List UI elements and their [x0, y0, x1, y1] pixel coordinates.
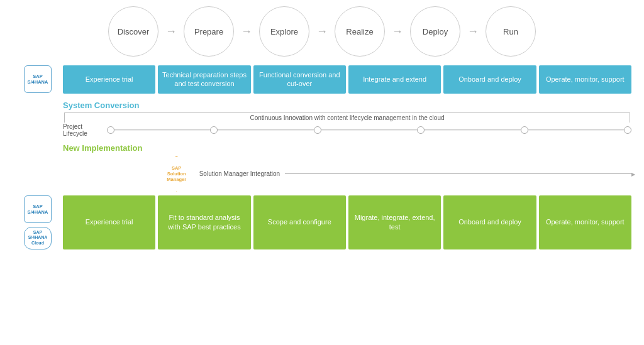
phase-run: Run: [486, 6, 536, 57]
lifecycle-node-1: [107, 126, 114, 134]
phases-row: Discover → Prepare → Explore → Realize →…: [13, 6, 631, 57]
lifecycle-node-6: [624, 126, 631, 134]
system-conversion-section: SAPS/4HANA Experience trial Technical pr…: [13, 65, 631, 94]
arrow-1: →: [158, 25, 184, 38]
solution-manager-hex: SAPSolutionManager: [158, 155, 196, 193]
system-conversion-label: System Conversion: [63, 101, 139, 110]
ni-box-2: Fit to standard analysis with SAP best p…: [158, 195, 250, 249]
new-implementation-label: New Implementation: [63, 143, 142, 153]
arrow-2: →: [234, 25, 259, 38]
phase-deploy: Deploy: [410, 6, 460, 57]
ni-box-1: Experience trial: [63, 195, 155, 249]
lifecycle-node-2: [210, 126, 218, 134]
arrow-3: →: [309, 25, 335, 38]
sc-boxes-row: Experience trial Technical preparation s…: [63, 65, 631, 94]
ni-sap-cloud-icon: SAPS/4HANACloud: [24, 227, 52, 249]
lifecycle-node-3: [314, 126, 321, 134]
phase-prepare: Prepare: [184, 6, 234, 57]
arrow-5: →: [460, 25, 486, 38]
ni-box-5: Onboard and deploy: [443, 195, 536, 249]
lifecycle-node-4: [417, 126, 425, 134]
ni-box-6: Operate, monitor, support: [539, 195, 631, 249]
sc-box-6: Operate, monitor, support: [539, 65, 631, 94]
new-implementation-section: SAPS/4HANA SAPS/4HANACloud Experience tr…: [13, 195, 631, 249]
phase-explore: Explore: [259, 6, 309, 57]
ni-sap-icon: SAPS/4HANA: [24, 195, 52, 223]
sap-icon: SAPS/4HANA: [24, 65, 52, 93]
arrow-4: →: [385, 25, 410, 38]
sc-box-3: Functional conversion and cut-over: [253, 65, 346, 94]
solution-manager-icon: SAPSolutionManager: [159, 156, 194, 192]
sc-box-2: Technical preparation steps and test con…: [158, 65, 250, 94]
innovation-text: Continuous Innovation with content lifec…: [250, 114, 444, 121]
sc-box-5: Onboard and deploy: [443, 65, 536, 94]
project-lifecycle-label: Project Lifecycle: [63, 123, 87, 137]
sc-box-1: Experience trial: [63, 65, 155, 94]
solution-manager-integration-text: Solution Manager Integration: [199, 170, 280, 177]
ni-boxes-row: Experience trial Fit to standard analysi…: [63, 195, 631, 249]
phase-discover: Discover: [108, 6, 158, 57]
sap-s4hana-label: SAPS/4HANA: [13, 65, 63, 94]
solution-manager-line: ▶: [285, 173, 631, 175]
phase-realize: Realize: [335, 6, 385, 57]
sc-box-4: Integrate and extend: [348, 65, 441, 94]
ni-box-4: Migrate, integrate, extend, test: [348, 195, 441, 249]
ni-left-label: SAPS/4HANA SAPS/4HANACloud: [13, 195, 63, 249]
ni-box-3: Scope and configure: [253, 195, 346, 249]
lifecycle-node-5: [521, 126, 528, 134]
